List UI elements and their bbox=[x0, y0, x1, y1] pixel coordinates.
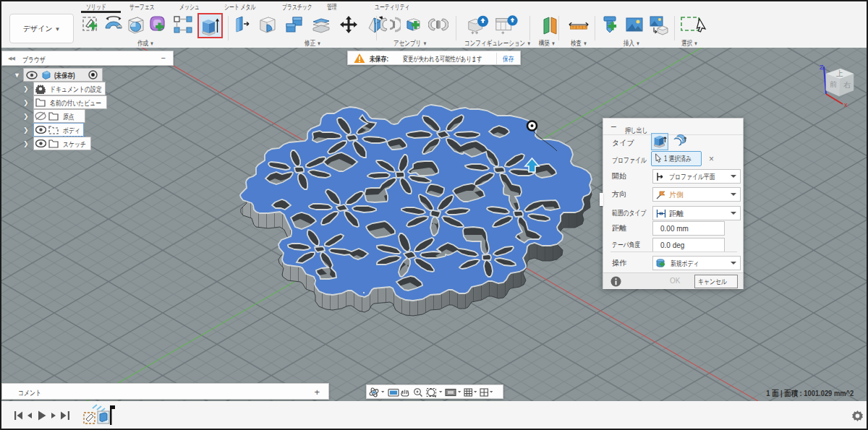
svg-text:前: 前 bbox=[830, 80, 837, 88]
svg-text:右: 右 bbox=[843, 81, 851, 89]
svg-text:上: 上 bbox=[835, 69, 843, 77]
svg-text:x: x bbox=[844, 101, 848, 108]
svg-text:Z: Z bbox=[820, 64, 824, 71]
